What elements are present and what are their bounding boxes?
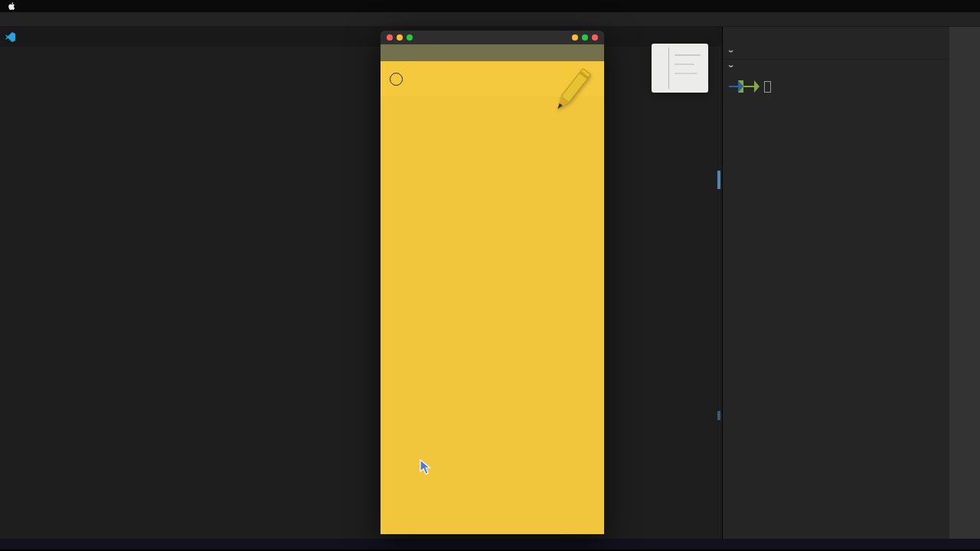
apple-menu-icon[interactable] bbox=[8, 2, 16, 11]
window-controls-left[interactable] bbox=[387, 34, 413, 41]
scrcpy-titlebar[interactable] bbox=[381, 31, 604, 44]
macos-menubar bbox=[0, 0, 980, 12]
minimize-button[interactable] bbox=[397, 34, 403, 41]
close-button[interactable] bbox=[387, 34, 393, 41]
popup-sketch-line bbox=[675, 64, 694, 65]
overview-ruler-mark bbox=[717, 411, 720, 420]
overview-ruler-mark bbox=[717, 171, 720, 189]
dot-yellow[interactable] bbox=[572, 34, 578, 41]
dot-red[interactable] bbox=[592, 34, 598, 41]
powerline-arrow-icon bbox=[754, 80, 760, 93]
activity-bar bbox=[949, 27, 980, 539]
info-icon[interactable] bbox=[390, 73, 403, 86]
terminal-cursor bbox=[764, 81, 771, 93]
zoom-button[interactable] bbox=[407, 34, 413, 41]
android-status-bar bbox=[381, 44, 604, 61]
powerline-arrow-icon bbox=[738, 80, 743, 93]
scrcpy-window[interactable] bbox=[381, 31, 604, 534]
project-root-row[interactable]: › bbox=[723, 44, 949, 59]
todo-app-bar bbox=[381, 61, 604, 96]
explorer-header bbox=[723, 27, 949, 44]
code-editor[interactable] bbox=[0, 60, 722, 539]
editor-column bbox=[0, 27, 722, 539]
breadcrumb[interactable] bbox=[0, 47, 722, 60]
mouse-cursor bbox=[420, 459, 433, 475]
chevron-down-icon: › bbox=[727, 63, 735, 70]
dot-green[interactable] bbox=[582, 34, 588, 41]
vscode-logo-icon[interactable] bbox=[0, 27, 20, 47]
terminal-prompt[interactable] bbox=[729, 80, 943, 93]
terminal-panel[interactable] bbox=[723, 73, 949, 96]
terminal-section-header[interactable]: › bbox=[723, 59, 949, 73]
android-screen[interactable] bbox=[381, 44, 604, 534]
prompt-git-segment bbox=[743, 86, 754, 87]
notes-grid bbox=[381, 96, 604, 534]
prompt-path bbox=[729, 86, 738, 87]
explorer-sidebar: › › bbox=[722, 27, 949, 539]
floating-popup bbox=[652, 44, 708, 93]
window-controls-right[interactable] bbox=[572, 34, 598, 41]
chevron-down-icon: › bbox=[727, 47, 735, 55]
tab-bar bbox=[0, 27, 722, 47]
popup-sketch-line bbox=[675, 73, 697, 74]
popup-divider bbox=[668, 47, 669, 89]
popup-sketch-line bbox=[675, 54, 701, 56]
status-bar bbox=[0, 539, 980, 549]
vscode-titlebar[interactable] bbox=[0, 12, 980, 27]
